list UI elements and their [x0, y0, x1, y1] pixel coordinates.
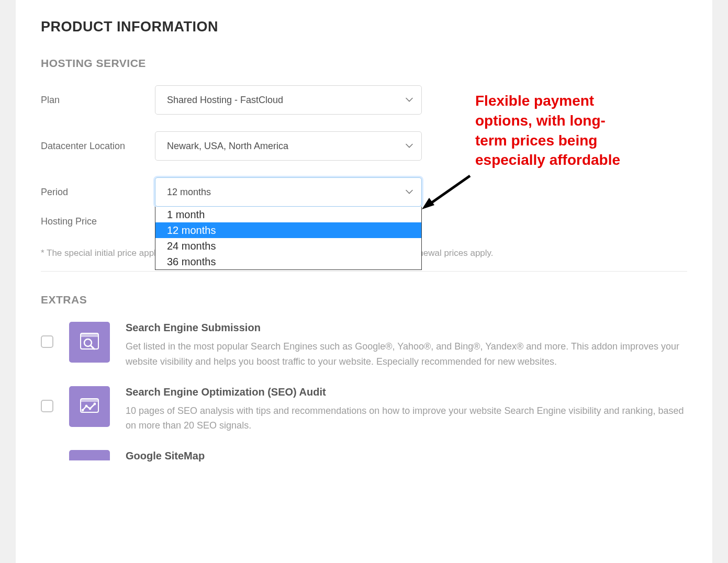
- datacenter-select[interactable]: Newark, USA, North America: [155, 131, 422, 161]
- period-option-24m[interactable]: 24 months: [155, 238, 421, 254]
- hosting-section-title: HOSTING SERVICE: [41, 57, 687, 70]
- svg-point-8: [89, 407, 92, 410]
- product-information-card: PRODUCT INFORMATION HOSTING SERVICE Plan…: [16, 0, 712, 563]
- period-row: Period 12 months 1 month 12 months 24 mo…: [41, 177, 687, 207]
- extra-desc: 10 pages of SEO analysis with tips and r…: [126, 403, 687, 434]
- search-submission-icon: [69, 322, 110, 363]
- period-option-12m[interactable]: 12 months: [155, 222, 421, 238]
- plan-select[interactable]: Shared Hosting - FastCloud: [155, 85, 422, 115]
- period-option-1m[interactable]: 1 month: [155, 207, 421, 222]
- seo-audit-icon: [69, 386, 110, 427]
- period-option-36m[interactable]: 36 months: [155, 254, 421, 269]
- period-label: Period: [41, 187, 155, 198]
- chevron-down-icon: [406, 190, 413, 195]
- extras-section-title: EXTRAS: [41, 294, 687, 306]
- period-select-value: 12 months: [167, 187, 211, 198]
- svg-rect-1: [81, 333, 98, 337]
- svg-line-3: [91, 345, 94, 349]
- svg-point-9: [94, 402, 96, 405]
- extra-title: Search Engine Submission: [126, 322, 687, 334]
- extra-row-search-submission: Search Engine Submission Get listed in t…: [41, 322, 687, 369]
- annotation-text: Flexible payment options, with long-term…: [475, 91, 627, 170]
- plan-select-value: Shared Hosting - FastCloud: [167, 95, 283, 106]
- extra-title: Search Engine Optimization (SEO) Audit: [126, 386, 687, 398]
- period-select[interactable]: 12 months: [155, 177, 422, 207]
- datacenter-select-value: Newark, USA, North America: [167, 141, 288, 152]
- svg-point-6: [82, 409, 84, 411]
- datacenter-label: Datacenter Location: [41, 141, 155, 152]
- extra-checkbox[interactable]: [41, 335, 53, 348]
- extra-title: Google SiteMap: [126, 450, 687, 462]
- extra-checkbox[interactable]: [41, 400, 53, 412]
- chevron-down-icon: [406, 144, 413, 149]
- section-divider: [41, 271, 687, 272]
- chevron-down-icon: [406, 98, 413, 103]
- svg-rect-5: [81, 399, 98, 402]
- extra-desc: Get listed in the most popular Search En…: [126, 339, 687, 369]
- hosting-price-label: Hosting Price: [41, 216, 155, 227]
- google-sitemap-icon: [69, 450, 110, 460]
- extra-row-google-sitemap: Google SiteMap: [41, 450, 687, 476]
- page-title: PRODUCT INFORMATION: [41, 19, 687, 35]
- extra-row-seo-audit: Search Engine Optimization (SEO) Audit 1…: [41, 386, 687, 434]
- svg-point-7: [85, 404, 88, 407]
- plan-label: Plan: [41, 95, 155, 106]
- period-dropdown: 1 month 12 months 24 months 36 months: [155, 207, 422, 270]
